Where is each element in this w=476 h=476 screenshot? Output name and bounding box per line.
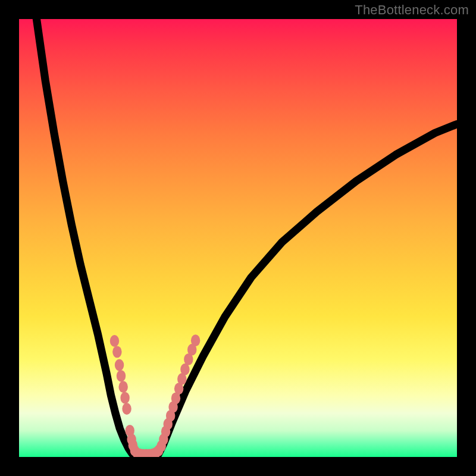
bead-marker — [110, 335, 119, 347]
bead-marker — [115, 359, 124, 371]
bead-marker — [118, 381, 127, 393]
curve-layer — [19, 19, 457, 457]
bead-marker — [117, 370, 126, 382]
bead-marker — [180, 364, 189, 375]
right-branch-path — [157, 124, 457, 457]
bead-marker — [120, 392, 129, 404]
watermark-text: TheBottleneck.com — [355, 2, 469, 18]
bead-marker — [112, 346, 121, 358]
chart-frame: TheBottleneck.com — [0, 0, 476, 476]
bead-marker — [191, 334, 200, 346]
bead-marker — [122, 403, 131, 415]
